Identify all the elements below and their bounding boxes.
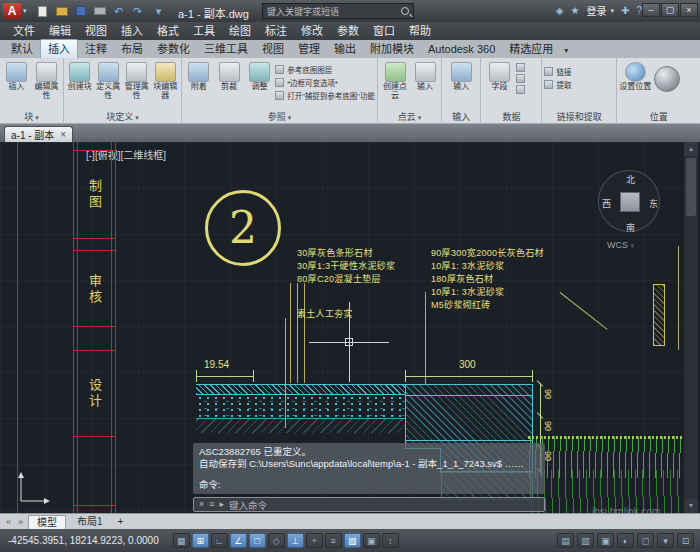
extract-row[interactable]: 提取 xyxy=(544,79,571,90)
import-button[interactable]: 输入 xyxy=(445,60,477,92)
tab-insert[interactable]: 插入 xyxy=(40,39,78,58)
menu-file[interactable]: 文件 xyxy=(6,22,42,40)
compass-north[interactable]: 北 xyxy=(626,173,635,186)
viewcube-top-face[interactable] xyxy=(620,192,640,212)
menu-modify[interactable]: 修改 xyxy=(294,22,330,40)
selection-cycling-toggle[interactable]: ↕ xyxy=(382,533,399,548)
customize-commandline-icon[interactable]: ≡ xyxy=(209,498,214,511)
point-cloud-import-button[interactable]: 输入 xyxy=(411,60,439,92)
transparency-toggle[interactable]: ▣ xyxy=(363,533,380,548)
panel-label-point-cloud[interactable]: 点云 ▾ xyxy=(378,111,441,124)
edit-attribute-button[interactable]: 编辑属性 xyxy=(32,60,61,101)
compass-west[interactable]: 西 xyxy=(602,197,611,210)
snap-toggle[interactable]: ⊞ xyxy=(192,533,209,548)
minimize-button[interactable]: – xyxy=(642,3,660,17)
block-editor-button[interactable]: 块编辑器 xyxy=(152,60,180,101)
clean-screen-icon[interactable]: ⊡ xyxy=(677,533,694,548)
search-icon[interactable] xyxy=(401,7,409,15)
menu-tools[interactable]: 工具 xyxy=(186,22,222,40)
model-space-icon[interactable]: ▤ xyxy=(557,533,574,548)
scroll-up-icon[interactable]: ▲ xyxy=(684,142,698,156)
panel-label-import[interactable]: 输入 xyxy=(442,111,480,124)
panel-label-block-definition[interactable]: 块定义 ▾ xyxy=(64,111,181,124)
save-icon[interactable] xyxy=(73,3,89,19)
infer-constraints-toggle[interactable]: ▦ xyxy=(173,533,190,548)
create-block-button[interactable]: 创建块 xyxy=(66,60,94,92)
menu-dimension[interactable]: 标注 xyxy=(258,22,294,40)
panel-label-block[interactable]: 块 ▾ xyxy=(0,111,63,124)
redo-icon[interactable]: ↷ xyxy=(130,3,146,19)
annotation-scale-icon[interactable]: ▣ xyxy=(597,533,614,548)
menu-format[interactable]: 格式 xyxy=(150,22,186,40)
wcs-menu[interactable]: WCS ▾ xyxy=(607,240,634,250)
dynamic-ucs-toggle[interactable]: + xyxy=(306,533,323,548)
snap-to-underlay-row[interactable]: 打开"捕捉到参考底图"功能 xyxy=(275,90,375,101)
tab-autodesk360[interactable]: Autodesk 360 xyxy=(421,40,502,58)
favorites-icon[interactable]: ★ xyxy=(571,5,580,16)
ole-object-icon[interactable] xyxy=(516,74,525,83)
drawing-canvas[interactable]: [-][俯视][二维线框] 制图 审核 设计 2 30厚灰色条形石材 30厚1:… xyxy=(0,142,700,513)
close-tab-icon[interactable]: × xyxy=(60,129,66,140)
tab-layout[interactable]: 布局 xyxy=(114,40,150,58)
osnap-toggle[interactable]: ◇ xyxy=(268,533,285,548)
open-file-icon[interactable] xyxy=(54,3,70,19)
menu-parametric[interactable]: 参数 xyxy=(330,22,366,40)
panel-label-linking[interactable]: 链接和提取 xyxy=(542,111,616,124)
ortho-toggle[interactable]: ∠ xyxy=(230,533,247,548)
create-point-cloud-button[interactable]: 创建点云 xyxy=(380,60,410,101)
new-layout-icon[interactable]: + xyxy=(114,516,128,527)
menu-insert[interactable]: 插入 xyxy=(114,22,150,40)
tab-featured-apps[interactable]: 精选应用 xyxy=(502,40,560,58)
tab-parametric[interactable]: 参数化 xyxy=(150,40,197,58)
new-file-icon[interactable] xyxy=(35,3,51,19)
menu-help[interactable]: 帮助 xyxy=(402,22,438,40)
app-menu-button[interactable]: A ▾ xyxy=(3,3,27,19)
tab-view[interactable]: 视图 xyxy=(255,40,291,58)
exchange-apps-icon[interactable]: ✚ xyxy=(621,5,629,16)
quick-view-layouts-icon[interactable]: ▥ xyxy=(577,533,594,548)
tab-output[interactable]: 输出 xyxy=(327,40,363,58)
tab-annotate[interactable]: 注释 xyxy=(78,40,114,58)
panel-label-reference[interactable]: 参照 ▾ xyxy=(182,111,377,124)
scrollbar-thumb[interactable] xyxy=(686,158,696,216)
vertical-scrollbar[interactable]: ▲ ▼ xyxy=(684,142,698,513)
qat-dropdown-icon[interactable]: ▾ xyxy=(151,3,167,19)
document-tab[interactable]: a-1 - 副本 × xyxy=(4,126,73,142)
frames-vary-row[interactable]: *边框可变选项* xyxy=(275,77,375,88)
menu-edit[interactable]: 编辑 xyxy=(42,22,78,40)
osnap-3d-toggle[interactable]: ⊥ xyxy=(287,533,304,548)
status-menu-icon[interactable]: ▾ xyxy=(657,533,674,548)
workspace-switch-icon[interactable]: ◐ xyxy=(617,533,634,548)
tab-3dtools[interactable]: 三维工具 xyxy=(197,40,255,58)
field-button[interactable]: 字段 xyxy=(483,60,515,92)
insert-block-button[interactable]: 插入 xyxy=(2,60,31,92)
communication-center-icon[interactable]: ◈ xyxy=(556,5,564,16)
tab-default[interactable]: 默认 xyxy=(4,40,40,58)
layout-nav-first-icon[interactable]: « xyxy=(4,517,13,527)
underlay-layers-row[interactable]: 参考底图图层 xyxy=(275,64,375,75)
panel-label-data[interactable]: 数据 xyxy=(481,111,541,124)
ribbon-minimize-icon[interactable]: ▾ xyxy=(560,46,572,58)
model-tab[interactable]: 模型 xyxy=(28,515,66,529)
hyperlink-icon[interactable] xyxy=(516,85,525,94)
attach-button[interactable]: 附着 xyxy=(184,60,213,92)
menu-view[interactable]: 视图 xyxy=(78,22,114,40)
plot-icon[interactable] xyxy=(92,3,108,19)
tab-manage[interactable]: 管理 xyxy=(291,40,327,58)
maximize-button[interactable]: ▢ xyxy=(661,3,679,17)
signin-button[interactable]: 登录 ▾ xyxy=(587,3,615,18)
command-input[interactable]: × ≡ ▸ 键入命令 xyxy=(193,497,545,512)
geolocation-globe-icon[interactable] xyxy=(654,66,680,92)
manage-attributes-button[interactable]: 管理属性 xyxy=(123,60,151,101)
compass-east[interactable]: 东 xyxy=(649,197,658,210)
dynamic-input-toggle[interactable]: ≡ xyxy=(325,533,342,548)
viewcube-compass[interactable]: 北 西 东 南 xyxy=(598,170,660,232)
compass-south[interactable]: 南 xyxy=(626,221,635,234)
menu-draw[interactable]: 绘图 xyxy=(222,22,258,40)
layout1-tab[interactable]: 布局1 xyxy=(69,515,111,529)
lock-ui-icon[interactable]: ◻ xyxy=(637,533,654,548)
adjust-button[interactable]: 调整 xyxy=(245,60,274,92)
tab-addins[interactable]: 附加模块 xyxy=(363,40,421,58)
scroll-down-icon[interactable]: ▼ xyxy=(684,499,698,513)
undo-icon[interactable]: ↶ xyxy=(111,3,127,19)
